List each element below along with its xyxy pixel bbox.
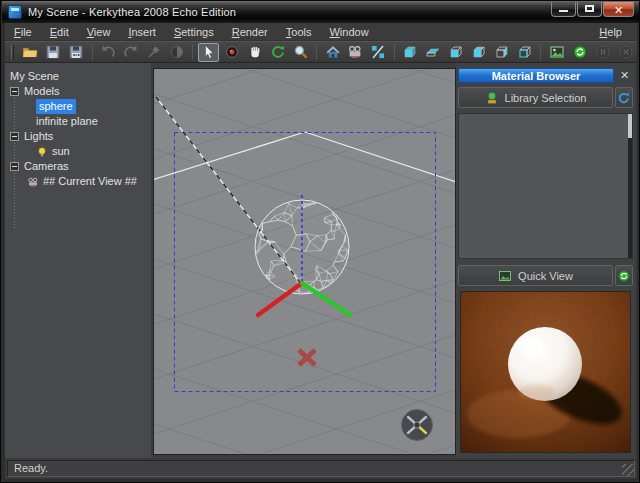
menu-window[interactable]: Window (320, 24, 377, 40)
toolbar-grip[interactable] (11, 45, 14, 59)
tree-item-sun[interactable]: sun (5, 144, 151, 159)
resize-grip[interactable] (622, 464, 634, 476)
collapse-icon[interactable] (10, 87, 19, 96)
toolbar-separator (92, 44, 93, 60)
collapse-icon[interactable] (10, 162, 19, 171)
window-title: My Scene - Kerkythea 2008 Echo Edition (28, 6, 236, 18)
camera-view-button[interactable] (345, 43, 366, 62)
tree-item-cameras[interactable]: Cameras (5, 159, 151, 174)
gamma-button (167, 43, 188, 62)
home-view-button[interactable] (322, 43, 343, 62)
render-image-button[interactable] (546, 43, 567, 62)
start-render-icon (572, 44, 588, 60)
menu-help[interactable]: Help (590, 24, 631, 40)
menu-edit[interactable]: Edit (41, 24, 78, 40)
view-mode-5-button[interactable] (492, 43, 513, 62)
target-button[interactable] (221, 43, 242, 62)
material-browser-title[interactable]: Material Browser (458, 68, 614, 83)
camera-icon (27, 176, 39, 188)
minimize-icon (559, 10, 568, 12)
scrollbar-thumb[interactable] (628, 114, 632, 138)
navigation-compass[interactable] (402, 410, 433, 441)
render-image-icon (549, 44, 565, 60)
open-folder-icon (22, 44, 38, 60)
orbit-button[interactable] (267, 43, 288, 62)
status-message: Ready. (7, 460, 635, 477)
view-cube-front-icon (448, 44, 464, 60)
viewport-canvas (154, 69, 455, 454)
title-bar[interactable]: My Scene - Kerkythea 2008 Echo Edition ✕ (2, 1, 640, 23)
menu-view[interactable]: View (78, 24, 120, 40)
tree-item-lights[interactable]: Lights (5, 129, 151, 144)
save-button[interactable] (43, 43, 64, 62)
tree-item-models[interactable]: Models (5, 84, 151, 99)
material-list[interactable] (458, 113, 633, 259)
refresh-library-button[interactable] (615, 87, 633, 108)
status-bar: Ready. (5, 458, 637, 479)
zoom-button[interactable] (290, 43, 311, 62)
save-image-icon (68, 44, 84, 60)
tree-item-current-view[interactable]: ## Current View ## (5, 174, 151, 189)
view-mode-1-button[interactable] (400, 43, 421, 62)
menu-tools[interactable]: Tools (277, 24, 321, 40)
library-selection-button[interactable]: Library Selection (458, 87, 613, 108)
view-mode-6-button[interactable] (514, 43, 535, 62)
magnifier-icon (293, 44, 309, 60)
menu-file[interactable]: File (5, 24, 41, 40)
toolbar (5, 41, 637, 63)
view-cube-flat-icon (425, 44, 441, 60)
app-icon (8, 5, 22, 19)
menu-settings[interactable]: Settings (165, 24, 223, 40)
view-cube-wire-icon (517, 44, 533, 60)
save-image-button[interactable] (66, 43, 87, 62)
save-icon (45, 44, 61, 60)
quick-view-icon (498, 269, 512, 283)
redo-icon (123, 44, 139, 60)
render-preview-button[interactable] (615, 265, 633, 286)
quick-view-button[interactable]: Quick View (458, 265, 613, 286)
material-preview-image (460, 291, 631, 453)
open-file-button[interactable] (20, 43, 41, 62)
menu-insert[interactable]: Insert (119, 24, 165, 40)
view-cube-corner-icon (471, 44, 487, 60)
toolbar-separator (540, 44, 541, 60)
move-tool-button (144, 43, 165, 62)
view-cube-solid-icon (402, 44, 418, 60)
fit-view-button[interactable] (368, 43, 389, 62)
start-render-button[interactable] (569, 43, 590, 62)
preview-render (461, 292, 630, 452)
target-icon (224, 44, 240, 60)
view-mode-3-button[interactable] (446, 43, 467, 62)
close-button[interactable]: ✕ (603, 2, 634, 17)
home-icon (325, 44, 341, 60)
viewport-3d[interactable] (153, 68, 456, 455)
move-tool-icon (146, 44, 162, 60)
pause-icon (595, 44, 611, 60)
view-mode-2-button[interactable] (423, 43, 444, 62)
panel-close-icon[interactable]: ✕ (617, 68, 632, 83)
select-arrow-icon (201, 44, 217, 60)
pan-button[interactable] (244, 43, 265, 62)
gamma-icon (169, 44, 185, 60)
minimize-button[interactable] (551, 2, 576, 17)
stop-render-button (615, 43, 636, 62)
orbit-icon (270, 44, 286, 60)
select-tool-button[interactable] (198, 43, 219, 62)
tree-item-my-scene[interactable]: My Scene (5, 69, 151, 84)
menu-render[interactable]: Render (223, 24, 277, 40)
maximize-button[interactable] (577, 2, 602, 17)
view-cube-side-icon (494, 44, 510, 60)
material-browser-panel: Material Browser ✕ Library Selection Qui… (456, 63, 635, 458)
sun-light-icon (36, 146, 48, 158)
undo-button (98, 43, 119, 62)
scene-tree-panel: My Scene Models sphere infinite plane Li… (5, 63, 151, 458)
scrollbar-track[interactable] (628, 114, 632, 258)
toolbar-separator (394, 44, 395, 60)
maximize-icon (585, 5, 594, 12)
view-mode-4-button[interactable] (469, 43, 490, 62)
pause-render-button (592, 43, 613, 62)
collapse-icon[interactable] (10, 132, 19, 141)
redo-button (121, 43, 142, 62)
tree-item-sphere[interactable]: sphere (5, 99, 151, 114)
tree-item-infinite-plane[interactable]: infinite plane (5, 114, 151, 129)
